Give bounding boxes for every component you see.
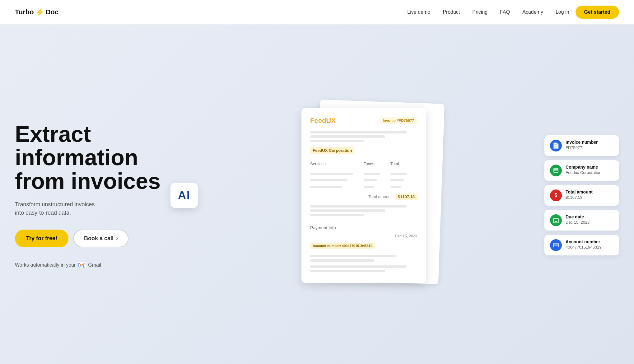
- invoice-number-badge: Invoice #FD75977: [380, 117, 417, 124]
- gmail-icon: [78, 262, 86, 268]
- svg-rect-19: [554, 245, 556, 245]
- logo-turbo: Turbo: [15, 8, 34, 16]
- logo-doc: Doc: [46, 8, 59, 16]
- nav-link-live-demo[interactable]: Live demo: [407, 9, 430, 15]
- invoice-table-header: Services Taxes Total: [310, 159, 417, 169]
- line: [310, 265, 407, 268]
- line: [310, 140, 364, 142]
- nav-link-product[interactable]: Product: [443, 9, 460, 15]
- company-name-card: Company name Feedux Corporation: [544, 160, 619, 181]
- gmail-badge: Works automatically in your: [15, 262, 189, 268]
- invoice-number-label: Invoice number: [566, 140, 613, 145]
- line: [364, 179, 377, 181]
- col-services: Services: [310, 161, 364, 166]
- due-date-label: Due date: [566, 214, 613, 219]
- invoice-demo-area: AI FeedUX Invoice #FD75977: [189, 108, 544, 283]
- company-name-label: Company name: [566, 165, 613, 170]
- nav-link-academy[interactable]: Academy: [522, 9, 543, 15]
- svg-rect-8: [554, 168, 558, 173]
- total-amount-icon: $: [550, 189, 562, 201]
- company-name-value: Feedux Corporation: [566, 170, 613, 175]
- ai-badge: AI: [170, 183, 198, 208]
- feedux-logo: FeedUX: [310, 117, 336, 125]
- due-date-value: Dec 15, 2023: [566, 220, 613, 225]
- invoice-total-row: Total amount $1107.18: [310, 194, 417, 200]
- due-date-card: Due date Dec 15, 2023: [544, 210, 619, 231]
- due-date-icon: [550, 214, 562, 226]
- account-number-value: 4004770151945319: [566, 245, 613, 250]
- subtitle-line2: into easy-to-read data.: [15, 210, 71, 216]
- account-number-content: Account number 4004770151945319: [566, 239, 613, 250]
- line: [310, 214, 364, 216]
- invoice-number-card: 📄 Invoice number FD75977: [544, 135, 619, 156]
- company-name-icon: [550, 165, 562, 176]
- invoice-stack: FeedUX Invoice #FD75977 FeedUX Corporati…: [301, 108, 432, 283]
- line: [310, 270, 385, 272]
- account-number-label: Account number: [566, 239, 613, 244]
- due-date-inline: Dec 15, 2023: [395, 234, 417, 238]
- line: [310, 259, 374, 262]
- logo-bolt-icon: ⚡: [35, 8, 44, 16]
- total-amount-content: Total amount $1107.18: [566, 189, 613, 200]
- total-amount-value: $1107.18: [566, 195, 613, 200]
- total-label: Total amount: [368, 194, 391, 199]
- navbar: Turbo ⚡ Doc Live demo Product Pricing FA…: [0, 0, 634, 25]
- hero-buttons: Try for free! Book a call ›: [15, 230, 189, 247]
- gmail-works-text: Works automatically in your: [15, 262, 76, 268]
- invoice-card: FeedUX Invoice #FD75977 FeedUX Corporati…: [301, 108, 426, 283]
- invoice-number-icon: 📄: [550, 140, 562, 152]
- company-name-highlight: FeedUX Corporation: [310, 147, 354, 154]
- nav-actions: Log in Get started: [556, 6, 619, 19]
- line: [364, 173, 380, 175]
- account-number-icon: [550, 239, 562, 251]
- book-call-label: Book a call: [84, 235, 114, 242]
- hero-section: Extract information from invoices Transf…: [15, 123, 189, 268]
- nav-link-faq[interactable]: FAQ: [500, 9, 510, 15]
- line: [310, 205, 407, 208]
- line: [310, 131, 407, 133]
- footer-lines: [310, 255, 417, 272]
- invoice-address-lines: [310, 131, 417, 142]
- line: [390, 179, 404, 181]
- table-row: [310, 186, 417, 190]
- line: [390, 173, 407, 175]
- extraction-cards: 📄 Invoice number FD75977 Company name Fe…: [544, 135, 619, 255]
- due-date-content: Due date Dec 15, 2023: [566, 214, 613, 225]
- hero-subtitle: Transform unstructured invoices into eas…: [15, 200, 189, 217]
- try-free-button[interactable]: Try for free!: [15, 230, 68, 247]
- account-number-highlight: Account number: 4004770151945319: [310, 243, 375, 249]
- col-taxes: Taxes: [364, 161, 390, 166]
- invoice-number-value: FD75977: [566, 145, 613, 150]
- line: [364, 186, 374, 188]
- line: [310, 173, 353, 175]
- invoice-table-rows: [310, 173, 417, 190]
- account-number-card: Account number 4004770151945319: [544, 235, 619, 255]
- invoice-header: FeedUX Invoice #FD75977: [310, 117, 417, 125]
- svg-rect-18: [553, 243, 558, 247]
- company-name-content: Company name Feedux Corporation: [566, 165, 613, 175]
- login-button[interactable]: Log in: [556, 9, 569, 15]
- gmail-label: Gmail: [88, 262, 101, 268]
- total-value: $1107.18: [395, 194, 417, 200]
- subtitle-line1: Transform unstructured invoices: [15, 201, 95, 208]
- get-started-button[interactable]: Get started: [576, 6, 619, 19]
- logo[interactable]: Turbo ⚡ Doc: [15, 8, 58, 16]
- book-call-button[interactable]: Book a call ›: [73, 230, 128, 247]
- feedux-feed: Feed: [310, 117, 326, 124]
- line: [310, 186, 342, 188]
- ai-badge-label: AI: [178, 189, 190, 202]
- line: [310, 255, 396, 257]
- total-amount-card: $ Total amount $1107.18: [544, 185, 619, 206]
- table-row: [310, 179, 417, 183]
- payment-section: Payment Info Dec 15, 2023 Account number…: [310, 220, 417, 272]
- invoice-number-content: Invoice number FD75977: [566, 140, 613, 150]
- col-total: Total: [390, 161, 417, 166]
- total-amount-label: Total amount: [566, 189, 613, 194]
- line: [310, 179, 347, 181]
- chevron-right-icon: ›: [116, 235, 118, 242]
- hero-title: Extract information from invoices: [15, 123, 189, 193]
- main-content: Extract information from invoices Transf…: [0, 25, 634, 364]
- feedux-ux: UX: [326, 117, 336, 124]
- line: [310, 209, 385, 212]
- nav-link-pricing[interactable]: Pricing: [472, 9, 487, 15]
